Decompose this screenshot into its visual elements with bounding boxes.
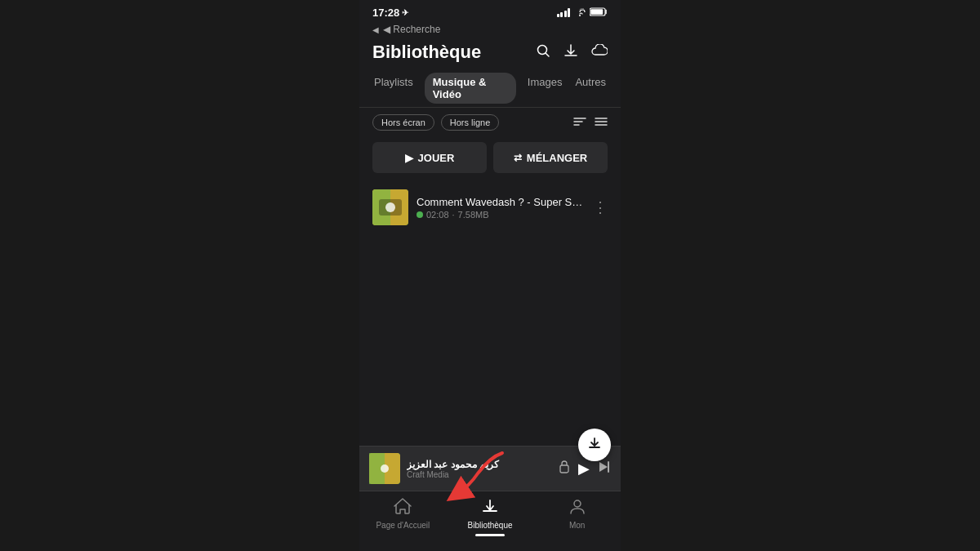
- tab-home-label: Page d'Accueil: [376, 521, 430, 530]
- mini-player-title: كريم محمود عبد العزيز: [407, 459, 552, 470]
- svg-point-14: [385, 202, 395, 212]
- track-thumbnail: [372, 189, 408, 225]
- track-title: Comment Wavedash ? - Super Smash Bros...…: [416, 196, 585, 208]
- tab-others[interactable]: Autres: [573, 73, 608, 104]
- tab-playlists[interactable]: Playlists: [372, 73, 415, 104]
- mini-player-subtitle: Craft Media: [407, 470, 552, 479]
- status-bar: 17:28 ✈: [359, 0, 621, 22]
- svg-rect-19: [560, 465, 568, 473]
- tab-music-video[interactable]: Musique & Vidéo: [425, 73, 516, 104]
- tab-home[interactable]: Page d'Accueil: [359, 498, 447, 536]
- back-link[interactable]: ◀ ◀ Recherche: [372, 24, 608, 35]
- sort-icon[interactable]: [573, 116, 586, 130]
- filter-offline-download[interactable]: Hors ligne: [441, 114, 500, 131]
- location-icon: ✈: [402, 8, 408, 17]
- back-label: ◀ Recherche: [383, 24, 440, 35]
- svg-rect-2: [590, 9, 603, 15]
- tab-profile-label: Mon: [569, 521, 585, 530]
- home-icon: [394, 498, 412, 518]
- phone-frame: 17:28 ✈ ◀ ◀ Recherche Bibliothèque: [359, 0, 621, 551]
- tab-images[interactable]: Images: [526, 73, 564, 104]
- svg-marker-20: [599, 462, 608, 472]
- mini-next-icon[interactable]: [598, 460, 611, 477]
- fab-download-icon: [588, 437, 601, 453]
- page-title: Bibliothèque: [372, 42, 481, 63]
- svg-point-3: [538, 45, 547, 54]
- back-chevron: ◀: [372, 25, 379, 34]
- status-icons: [557, 7, 608, 19]
- svg-point-0: [579, 15, 581, 16]
- tab-profile[interactable]: Mon: [533, 498, 621, 536]
- mini-lock-icon[interactable]: [559, 460, 570, 477]
- svg-line-4: [546, 53, 550, 56]
- tab-bar: Page d'Accueil Bibliothèque Mon: [359, 491, 621, 551]
- mini-player-info: كريم محمود عبد العزيز Craft Media: [407, 459, 552, 479]
- library-icon: [482, 498, 498, 518]
- svg-point-22: [574, 500, 581, 507]
- search-icon[interactable]: [536, 43, 550, 62]
- list-view-icon[interactable]: [595, 116, 608, 130]
- cloud-icon[interactable]: [591, 44, 608, 61]
- play-icon: ▶: [405, 152, 413, 164]
- back-nav[interactable]: ◀ ◀ Recherche: [359, 22, 621, 38]
- action-buttons: ▶ JOUER ⇄ MÉLANGER: [359, 137, 621, 178]
- time-display: 17:28: [372, 7, 399, 19]
- track-separator: ·: [452, 210, 455, 220]
- download-dot: [416, 211, 423, 218]
- track-meta: 02:08 · 7.58MB: [416, 210, 585, 220]
- download-icon[interactable]: [564, 43, 578, 62]
- status-time: 17:28 ✈: [372, 7, 408, 19]
- shuffle-icon: ⇄: [514, 152, 522, 163]
- mini-play-icon[interactable]: ▶: [578, 460, 590, 478]
- sort-icons: [573, 116, 608, 130]
- wifi-icon: [574, 7, 586, 19]
- shuffle-button[interactable]: ⇄ MÉLANGER: [493, 142, 608, 173]
- header-icons: [536, 43, 608, 62]
- track-item[interactable]: Comment Wavedash ? - Super Smash Bros...…: [359, 183, 621, 232]
- fab-download[interactable]: [578, 429, 611, 461]
- mini-player-controls: ▶: [559, 460, 611, 478]
- tab-library-label: Bibliothèque: [467, 521, 512, 530]
- track-size: 7.58MB: [458, 210, 489, 220]
- active-tab-indicator: [475, 534, 505, 536]
- track-duration: 02:08: [426, 210, 449, 220]
- mini-player-thumbnail: [369, 453, 400, 484]
- tab-library[interactable]: Bibliothèque: [447, 498, 534, 536]
- page-header: Bibliothèque: [359, 38, 621, 69]
- filter-row: Hors écran Hors ligne: [359, 108, 621, 137]
- content-area: Comment Wavedash ? - Super Smash Bros...…: [359, 178, 621, 446]
- play-button[interactable]: ▶ JOUER: [372, 142, 487, 173]
- shuffle-label: MÉLANGER: [527, 152, 587, 164]
- profile-icon: [569, 498, 586, 518]
- filter-offline-screen[interactable]: Hors écran: [372, 114, 434, 131]
- track-more-button[interactable]: ⋮: [593, 198, 608, 216]
- tabs: Playlists Musique & Vidéo Images Autres: [359, 69, 621, 108]
- battery-icon: [590, 7, 608, 19]
- signal-icon: [557, 8, 571, 17]
- svg-point-18: [381, 464, 389, 473]
- play-label: JOUER: [418, 152, 455, 164]
- track-info: Comment Wavedash ? - Super Smash Bros...…: [416, 196, 585, 220]
